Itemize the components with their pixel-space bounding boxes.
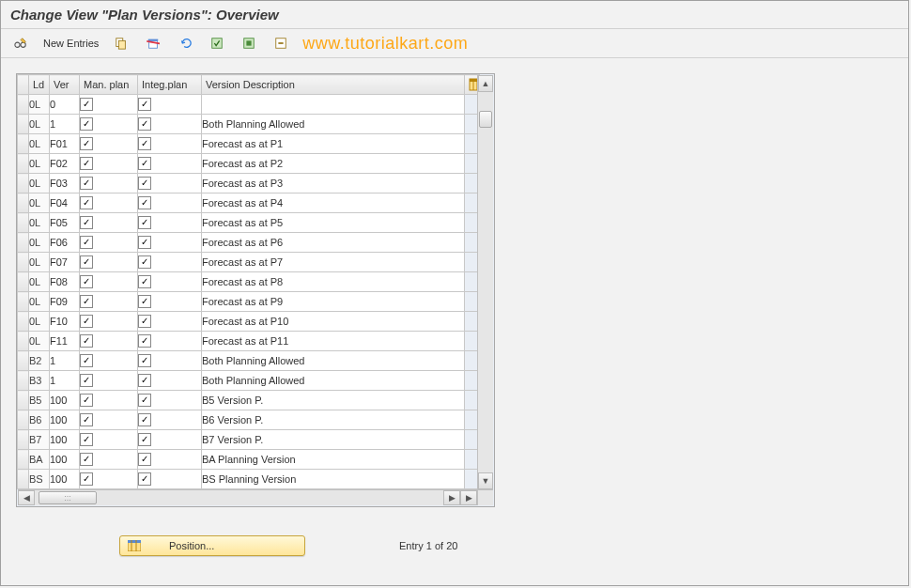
table-row[interactable]: 0LF11Forecast as at P11 [18,332,480,351]
cell-description[interactable]: Forecast as at P7 [202,253,465,272]
cell-description[interactable]: Forecast as at P4 [202,193,465,213]
cell-ld[interactable]: 0L [29,174,50,193]
table-row[interactable]: BS100BS Planning Version [18,470,480,489]
row-selector[interactable] [18,430,29,450]
integ-plan-checkbox[interactable] [138,275,151,288]
cell-ver[interactable]: 100 [50,391,80,410]
horizontal-scroll-thumb[interactable]: ::: [39,491,97,504]
man-plan-checkbox[interactable] [80,177,93,190]
cell-ld[interactable]: 0L [29,253,50,272]
integ-plan-checkbox[interactable] [138,354,151,367]
integ-plan-checkbox[interactable] [138,295,151,308]
position-button[interactable]: Position... [119,535,305,556]
man-plan-checkbox[interactable] [80,433,93,446]
row-selector[interactable] [18,292,29,312]
cell-ld[interactable]: BA [29,450,50,470]
cell-ld[interactable]: 0L [29,115,50,134]
cell-ver[interactable]: 1 [50,115,80,134]
cell-ld[interactable]: 0L [29,154,50,174]
cell-description[interactable] [202,95,465,115]
row-selector[interactable] [18,470,29,489]
man-plan-checkbox[interactable] [80,413,93,426]
table-row[interactable]: 0LF07Forecast as at P7 [18,253,480,272]
scroll-down-arrow[interactable]: ▼ [478,472,493,489]
cell-ver[interactable]: F11 [50,332,80,351]
row-selector[interactable] [18,272,29,292]
integ-plan-checkbox[interactable] [138,472,151,486]
col-header-desc[interactable]: Version Description [202,75,465,95]
cell-description[interactable]: Forecast as at P9 [202,292,465,312]
integ-plan-checkbox[interactable] [138,236,151,249]
man-plan-checkbox[interactable] [80,196,93,209]
cell-description[interactable]: B5 Version P. [202,391,465,410]
cell-description[interactable]: Forecast as at P6 [202,233,465,253]
table-row[interactable]: 0LF01Forecast as at P1 [18,134,480,154]
cell-description[interactable]: Forecast as at P2 [202,154,465,174]
cell-ver[interactable]: F04 [50,193,80,213]
cell-description[interactable]: Forecast as at P5 [202,213,465,233]
vertical-scrollbar[interactable]: ▲ ▼ [477,75,493,489]
cell-ver[interactable]: F10 [50,312,80,332]
row-selector[interactable] [18,332,29,351]
cell-ver[interactable]: 100 [50,430,80,450]
cell-description[interactable]: Both Planning Allowed [202,371,465,391]
new-entries-button[interactable]: New Entries [39,33,103,54]
cell-ld[interactable]: 0L [29,272,50,292]
row-selector-header[interactable] [18,75,29,95]
cell-ld[interactable]: 0L [29,95,50,115]
row-selector[interactable] [18,351,29,371]
integ-plan-checkbox[interactable] [138,315,151,328]
cell-ld[interactable]: 0L [29,193,50,213]
man-plan-checkbox[interactable] [80,255,93,269]
integ-plan-checkbox[interactable] [138,433,151,446]
cell-ver[interactable]: 100 [50,450,80,470]
man-plan-checkbox[interactable] [80,275,93,288]
cell-ver[interactable]: F02 [50,154,80,174]
delete-button[interactable] [139,33,167,54]
col-header-ld[interactable]: Ld [29,75,50,95]
row-selector[interactable] [18,253,29,272]
man-plan-checkbox[interactable] [80,216,93,229]
integ-plan-checkbox[interactable] [138,374,151,387]
cell-description[interactable]: Forecast as at P3 [202,174,465,193]
cell-description[interactable]: BS Planning Version [202,470,465,489]
cell-ld[interactable]: BS [29,470,50,489]
scroll-right-end-arrow[interactable]: ▶ [460,490,477,505]
man-plan-checkbox[interactable] [80,117,93,131]
toggle-display-change-button[interactable] [7,33,35,54]
cell-ld[interactable]: 0L [29,213,50,233]
cell-ld[interactable]: B3 [29,371,50,391]
table-row[interactable]: 0L0 [18,95,480,115]
cell-description[interactable]: Forecast as at P1 [202,134,465,154]
cell-ld[interactable]: B5 [29,391,50,410]
select-all-button[interactable] [203,33,231,54]
cell-ver[interactable]: 100 [50,410,80,430]
row-selector[interactable] [18,134,29,154]
man-plan-checkbox[interactable] [80,334,93,348]
table-row[interactable]: B7100B7 Version P. [18,430,480,450]
cell-description[interactable]: B6 Version P. [202,410,465,430]
man-plan-checkbox[interactable] [80,315,93,328]
cell-ver[interactable]: F01 [50,134,80,154]
deselect-all-button[interactable] [267,33,295,54]
row-selector[interactable] [18,174,29,193]
man-plan-checkbox[interactable] [80,236,93,249]
row-selector[interactable] [18,450,29,470]
table-row[interactable]: B31Both Planning Allowed [18,371,480,391]
scroll-up-arrow[interactable]: ▲ [478,75,493,92]
cell-ver[interactable]: 100 [50,470,80,489]
cell-ld[interactable]: 0L [29,332,50,351]
cell-ld[interactable]: 0L [29,233,50,253]
integ-plan-checkbox[interactable] [138,453,151,466]
integ-plan-checkbox[interactable] [138,196,151,209]
cell-ld[interactable]: B6 [29,410,50,430]
integ-plan-checkbox[interactable] [138,98,151,111]
integ-plan-checkbox[interactable] [138,216,151,229]
cell-ld[interactable]: 0L [29,292,50,312]
row-selector[interactable] [18,95,29,115]
integ-plan-checkbox[interactable] [138,413,151,426]
cell-description[interactable]: Both Planning Allowed [202,115,465,134]
row-selector[interactable] [18,312,29,332]
man-plan-checkbox[interactable] [80,472,93,486]
cell-description[interactable]: Forecast as at P8 [202,272,465,292]
